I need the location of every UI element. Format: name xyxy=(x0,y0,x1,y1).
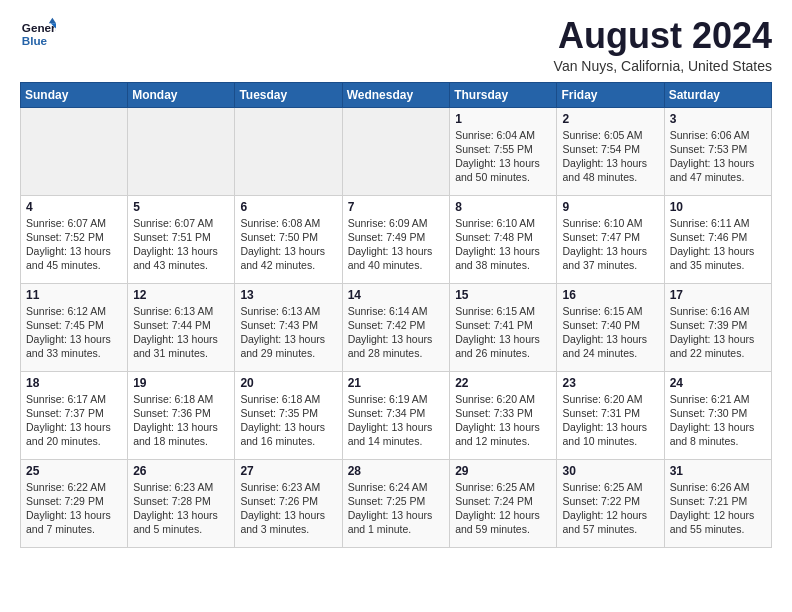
day-number: 17 xyxy=(670,288,766,302)
day-number: 14 xyxy=(348,288,445,302)
calendar-cell: 25Sunrise: 6:22 AM Sunset: 7:29 PM Dayli… xyxy=(21,459,128,547)
calendar-cell: 31Sunrise: 6:26 AM Sunset: 7:21 PM Dayli… xyxy=(664,459,771,547)
calendar-cell: 19Sunrise: 6:18 AM Sunset: 7:36 PM Dayli… xyxy=(128,371,235,459)
calendar-cell: 23Sunrise: 6:20 AM Sunset: 7:31 PM Dayli… xyxy=(557,371,664,459)
calendar-cell: 15Sunrise: 6:15 AM Sunset: 7:41 PM Dayli… xyxy=(450,283,557,371)
weekday-header-friday: Friday xyxy=(557,82,664,107)
page-header: General Blue August 2024 Van Nuys, Calif… xyxy=(20,16,772,74)
calendar-cell: 29Sunrise: 6:25 AM Sunset: 7:24 PM Dayli… xyxy=(450,459,557,547)
location-title: Van Nuys, California, United States xyxy=(554,58,772,74)
day-number: 3 xyxy=(670,112,766,126)
day-number: 31 xyxy=(670,464,766,478)
day-number: 28 xyxy=(348,464,445,478)
week-row-4: 18Sunrise: 6:17 AM Sunset: 7:37 PM Dayli… xyxy=(21,371,772,459)
day-number: 27 xyxy=(240,464,336,478)
day-info: Sunrise: 6:10 AM Sunset: 7:47 PM Dayligh… xyxy=(562,216,658,273)
logo: General Blue xyxy=(20,16,56,52)
day-info: Sunrise: 6:24 AM Sunset: 7:25 PM Dayligh… xyxy=(348,480,445,537)
title-area: August 2024 Van Nuys, California, United… xyxy=(554,16,772,74)
day-number: 26 xyxy=(133,464,229,478)
calendar-cell: 12Sunrise: 6:13 AM Sunset: 7:44 PM Dayli… xyxy=(128,283,235,371)
day-number: 9 xyxy=(562,200,658,214)
weekday-header-wednesday: Wednesday xyxy=(342,82,450,107)
calendar-cell: 6Sunrise: 6:08 AM Sunset: 7:50 PM Daylig… xyxy=(235,195,342,283)
week-row-1: 1Sunrise: 6:04 AM Sunset: 7:55 PM Daylig… xyxy=(21,107,772,195)
day-info: Sunrise: 6:13 AM Sunset: 7:44 PM Dayligh… xyxy=(133,304,229,361)
logo-icon: General Blue xyxy=(20,16,56,52)
day-number: 20 xyxy=(240,376,336,390)
weekday-header-saturday: Saturday xyxy=(664,82,771,107)
day-info: Sunrise: 6:14 AM Sunset: 7:42 PM Dayligh… xyxy=(348,304,445,361)
day-number: 4 xyxy=(26,200,122,214)
calendar-cell: 1Sunrise: 6:04 AM Sunset: 7:55 PM Daylig… xyxy=(450,107,557,195)
day-number: 24 xyxy=(670,376,766,390)
calendar-cell: 30Sunrise: 6:25 AM Sunset: 7:22 PM Dayli… xyxy=(557,459,664,547)
day-number: 18 xyxy=(26,376,122,390)
day-info: Sunrise: 6:06 AM Sunset: 7:53 PM Dayligh… xyxy=(670,128,766,185)
calendar-cell: 8Sunrise: 6:10 AM Sunset: 7:48 PM Daylig… xyxy=(450,195,557,283)
day-info: Sunrise: 6:18 AM Sunset: 7:36 PM Dayligh… xyxy=(133,392,229,449)
week-row-2: 4Sunrise: 6:07 AM Sunset: 7:52 PM Daylig… xyxy=(21,195,772,283)
weekday-header-tuesday: Tuesday xyxy=(235,82,342,107)
month-title: August 2024 xyxy=(554,16,772,56)
day-number: 13 xyxy=(240,288,336,302)
day-number: 19 xyxy=(133,376,229,390)
day-info: Sunrise: 6:10 AM Sunset: 7:48 PM Dayligh… xyxy=(455,216,551,273)
calendar-cell: 10Sunrise: 6:11 AM Sunset: 7:46 PM Dayli… xyxy=(664,195,771,283)
calendar-cell: 5Sunrise: 6:07 AM Sunset: 7:51 PM Daylig… xyxy=(128,195,235,283)
day-number: 8 xyxy=(455,200,551,214)
calendar-cell: 14Sunrise: 6:14 AM Sunset: 7:42 PM Dayli… xyxy=(342,283,450,371)
day-info: Sunrise: 6:21 AM Sunset: 7:30 PM Dayligh… xyxy=(670,392,766,449)
calendar-cell xyxy=(342,107,450,195)
weekday-header-thursday: Thursday xyxy=(450,82,557,107)
day-number: 2 xyxy=(562,112,658,126)
calendar-table: SundayMondayTuesdayWednesdayThursdayFrid… xyxy=(20,82,772,548)
day-number: 16 xyxy=(562,288,658,302)
calendar-cell: 21Sunrise: 6:19 AM Sunset: 7:34 PM Dayli… xyxy=(342,371,450,459)
calendar-cell: 17Sunrise: 6:16 AM Sunset: 7:39 PM Dayli… xyxy=(664,283,771,371)
calendar-cell: 24Sunrise: 6:21 AM Sunset: 7:30 PM Dayli… xyxy=(664,371,771,459)
day-number: 15 xyxy=(455,288,551,302)
day-number: 25 xyxy=(26,464,122,478)
day-info: Sunrise: 6:09 AM Sunset: 7:49 PM Dayligh… xyxy=(348,216,445,273)
day-info: Sunrise: 6:11 AM Sunset: 7:46 PM Dayligh… xyxy=(670,216,766,273)
calendar-cell xyxy=(21,107,128,195)
calendar-cell: 26Sunrise: 6:23 AM Sunset: 7:28 PM Dayli… xyxy=(128,459,235,547)
calendar-cell: 9Sunrise: 6:10 AM Sunset: 7:47 PM Daylig… xyxy=(557,195,664,283)
day-info: Sunrise: 6:22 AM Sunset: 7:29 PM Dayligh… xyxy=(26,480,122,537)
day-number: 5 xyxy=(133,200,229,214)
day-info: Sunrise: 6:25 AM Sunset: 7:22 PM Dayligh… xyxy=(562,480,658,537)
day-number: 30 xyxy=(562,464,658,478)
day-info: Sunrise: 6:26 AM Sunset: 7:21 PM Dayligh… xyxy=(670,480,766,537)
week-row-5: 25Sunrise: 6:22 AM Sunset: 7:29 PM Dayli… xyxy=(21,459,772,547)
calendar-cell: 2Sunrise: 6:05 AM Sunset: 7:54 PM Daylig… xyxy=(557,107,664,195)
day-info: Sunrise: 6:07 AM Sunset: 7:51 PM Dayligh… xyxy=(133,216,229,273)
day-info: Sunrise: 6:18 AM Sunset: 7:35 PM Dayligh… xyxy=(240,392,336,449)
calendar-cell: 3Sunrise: 6:06 AM Sunset: 7:53 PM Daylig… xyxy=(664,107,771,195)
calendar-cell xyxy=(128,107,235,195)
day-info: Sunrise: 6:07 AM Sunset: 7:52 PM Dayligh… xyxy=(26,216,122,273)
calendar-cell: 28Sunrise: 6:24 AM Sunset: 7:25 PM Dayli… xyxy=(342,459,450,547)
day-number: 11 xyxy=(26,288,122,302)
day-number: 12 xyxy=(133,288,229,302)
calendar-cell: 4Sunrise: 6:07 AM Sunset: 7:52 PM Daylig… xyxy=(21,195,128,283)
calendar-cell: 20Sunrise: 6:18 AM Sunset: 7:35 PM Dayli… xyxy=(235,371,342,459)
calendar-cell xyxy=(235,107,342,195)
day-info: Sunrise: 6:12 AM Sunset: 7:45 PM Dayligh… xyxy=(26,304,122,361)
day-info: Sunrise: 6:23 AM Sunset: 7:28 PM Dayligh… xyxy=(133,480,229,537)
day-number: 29 xyxy=(455,464,551,478)
calendar-cell: 18Sunrise: 6:17 AM Sunset: 7:37 PM Dayli… xyxy=(21,371,128,459)
calendar-cell: 13Sunrise: 6:13 AM Sunset: 7:43 PM Dayli… xyxy=(235,283,342,371)
day-info: Sunrise: 6:15 AM Sunset: 7:40 PM Dayligh… xyxy=(562,304,658,361)
day-number: 7 xyxy=(348,200,445,214)
day-info: Sunrise: 6:20 AM Sunset: 7:31 PM Dayligh… xyxy=(562,392,658,449)
day-info: Sunrise: 6:05 AM Sunset: 7:54 PM Dayligh… xyxy=(562,128,658,185)
day-info: Sunrise: 6:23 AM Sunset: 7:26 PM Dayligh… xyxy=(240,480,336,537)
day-info: Sunrise: 6:25 AM Sunset: 7:24 PM Dayligh… xyxy=(455,480,551,537)
week-row-3: 11Sunrise: 6:12 AM Sunset: 7:45 PM Dayli… xyxy=(21,283,772,371)
day-number: 6 xyxy=(240,200,336,214)
day-number: 10 xyxy=(670,200,766,214)
day-number: 22 xyxy=(455,376,551,390)
day-number: 21 xyxy=(348,376,445,390)
day-info: Sunrise: 6:19 AM Sunset: 7:34 PM Dayligh… xyxy=(348,392,445,449)
